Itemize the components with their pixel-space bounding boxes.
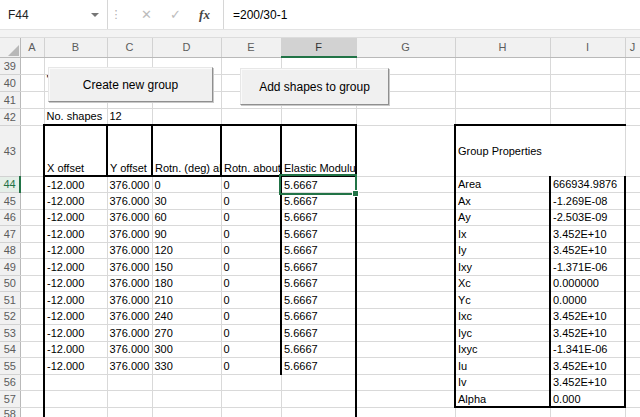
cell-G46[interactable]: [356, 209, 455, 226]
cell-J39[interactable]: [625, 57, 640, 74]
row-header-47[interactable]: 47: [0, 226, 20, 243]
row-header-44[interactable]: 44: [0, 176, 20, 193]
cell-A56[interactable]: [20, 374, 44, 391]
cell-I53[interactable]: 3.452E+10: [550, 325, 625, 342]
cell-G48[interactable]: [356, 242, 455, 259]
cell-A55[interactable]: [20, 358, 44, 375]
cell-I55[interactable]: 3.452E+10: [550, 358, 625, 375]
row-header-48[interactable]: 48: [0, 242, 20, 259]
cell-B47[interactable]: -12.000: [44, 226, 107, 243]
cell-H55[interactable]: Iu: [455, 358, 550, 375]
cell-E47[interactable]: 0: [221, 226, 281, 243]
cell-B57[interactable]: [44, 391, 107, 408]
row-header-55[interactable]: 55: [0, 358, 20, 375]
cell-C49[interactable]: 376.000: [107, 259, 152, 276]
cell-A50[interactable]: [20, 275, 44, 292]
cell-E52[interactable]: 0: [221, 308, 281, 325]
cell-J42[interactable]: [625, 108, 640, 125]
cell-H45[interactable]: Ax: [455, 193, 550, 210]
cell-D50[interactable]: 180: [152, 275, 221, 292]
row-header-39[interactable]: 39: [0, 57, 20, 74]
cell-J53[interactable]: [625, 325, 640, 342]
column-header-B[interactable]: B: [44, 38, 107, 57]
cell-B55[interactable]: -12.000: [44, 358, 107, 375]
cell-C56[interactable]: [107, 374, 152, 391]
cell-F51[interactable]: 5.6667: [281, 292, 356, 309]
cell-H51[interactable]: Yc: [455, 292, 550, 309]
cell-G57[interactable]: [356, 391, 455, 408]
cell-D54[interactable]: 300: [152, 341, 221, 358]
cell-J46[interactable]: [625, 209, 640, 226]
row-header-42[interactable]: 42: [0, 108, 20, 125]
cell-C58[interactable]: [107, 407, 152, 417]
cell-G45[interactable]: [356, 193, 455, 210]
cell-B43[interactable]: X offset: [44, 125, 107, 176]
cell-C53[interactable]: 376.000: [107, 325, 152, 342]
cell-I41[interactable]: [550, 91, 625, 108]
cell-A40[interactable]: [20, 74, 44, 91]
cell-C42[interactable]: 12: [107, 108, 152, 125]
cell-B49[interactable]: -12.000: [44, 259, 107, 276]
cell-F49[interactable]: 5.6667: [281, 259, 356, 276]
cell-C51[interactable]: 376.000: [107, 292, 152, 309]
cell-D43[interactable]: Rotn. (deg) about origin: [152, 125, 221, 176]
cell-E48[interactable]: 0: [221, 242, 281, 259]
cell-G55[interactable]: [356, 358, 455, 375]
cell-I58[interactable]: [550, 407, 625, 417]
cell-D47[interactable]: 90: [152, 226, 221, 243]
cell-D55[interactable]: 330: [152, 358, 221, 375]
row-header-52[interactable]: 52: [0, 308, 20, 325]
cancel-icon[interactable]: ✕: [132, 7, 161, 22]
cell-F50[interactable]: 5.6667: [281, 275, 356, 292]
cell-B50[interactable]: -12.000: [44, 275, 107, 292]
cell-E49[interactable]: 0: [221, 259, 281, 276]
cell-J56[interactable]: [625, 374, 640, 391]
cell-H41[interactable]: [455, 91, 550, 108]
cell-D51[interactable]: 210: [152, 292, 221, 309]
cell-G47[interactable]: [356, 226, 455, 243]
cell-F55[interactable]: 5.6667: [281, 358, 356, 375]
cell-B54[interactable]: -12.000: [44, 341, 107, 358]
cell-E57[interactable]: [221, 391, 281, 408]
cell-A57[interactable]: [20, 391, 44, 408]
cell-B51[interactable]: -12.000: [44, 292, 107, 309]
cell-D58[interactable]: [152, 407, 221, 417]
cell-J45[interactable]: [625, 193, 640, 210]
cell-A49[interactable]: [20, 259, 44, 276]
cell-G54[interactable]: [356, 341, 455, 358]
cell-C45[interactable]: 376.000: [107, 193, 152, 210]
cell-C48[interactable]: 376.000: [107, 242, 152, 259]
column-header-H[interactable]: H: [455, 38, 550, 57]
cell-A39[interactable]: [20, 57, 44, 74]
row-header-40[interactable]: 40: [0, 74, 20, 91]
create-new-group-button[interactable]: Create new group: [48, 67, 213, 102]
cell-I51[interactable]: 0.0000: [550, 292, 625, 309]
cell-I46[interactable]: -2.503E-09: [550, 209, 625, 226]
cell-J51[interactable]: [625, 292, 640, 309]
cell-H56[interactable]: Iv: [455, 374, 550, 391]
cell-I42[interactable]: [550, 108, 625, 125]
cell-A52[interactable]: [20, 308, 44, 325]
cell-E44[interactable]: 0: [221, 176, 281, 193]
cell-J47[interactable]: [625, 226, 640, 243]
cell-C46[interactable]: 376.000: [107, 209, 152, 226]
cell-H52[interactable]: Ixc: [455, 308, 550, 325]
cell-I40[interactable]: [550, 74, 625, 91]
cell-I52[interactable]: 3.452E+10: [550, 308, 625, 325]
cell-I47[interactable]: 3.452E+10: [550, 226, 625, 243]
cell-H50[interactable]: Xc: [455, 275, 550, 292]
cell-D49[interactable]: 150: [152, 259, 221, 276]
cell-I54[interactable]: -1.341E-06: [550, 341, 625, 358]
cell-E42[interactable]: [221, 108, 281, 125]
cell-H53[interactable]: Iyc: [455, 325, 550, 342]
cell-E58[interactable]: [221, 407, 281, 417]
cell-D57[interactable]: [152, 391, 221, 408]
cell-G43[interactable]: [356, 125, 455, 176]
cell-C44[interactable]: 376.000: [107, 176, 152, 193]
row-header-41[interactable]: 41: [0, 91, 20, 108]
cell-E53[interactable]: 0: [221, 325, 281, 342]
cell-I56[interactable]: 3.452E+10: [550, 374, 625, 391]
column-header-D[interactable]: D: [152, 38, 221, 57]
select-all-corner[interactable]: [0, 38, 20, 57]
cell-D46[interactable]: 60: [152, 209, 221, 226]
